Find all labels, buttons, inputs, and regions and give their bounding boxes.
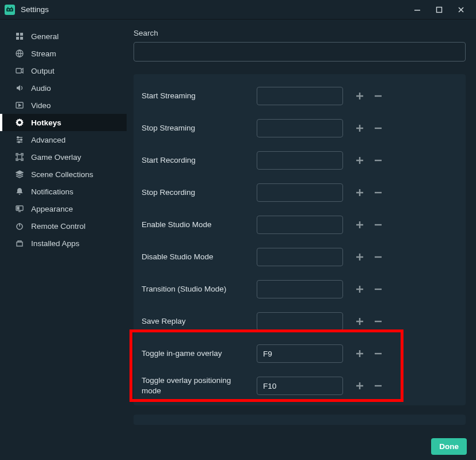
add-hotkey-button[interactable] — [355, 123, 365, 133]
gear-icon — [15, 118, 24, 127]
svg-point-14 — [17, 137, 19, 139]
add-hotkey-button[interactable] — [355, 284, 365, 294]
nav-item-game-overlay[interactable]: Game Overlay — [0, 148, 127, 166]
nav-label: Installed Apps — [31, 239, 79, 248]
layers-icon — [15, 170, 24, 179]
minimize-button[interactable] — [407, 2, 428, 18]
search-label: Search — [134, 29, 466, 37]
hotkey-label: Stop Recording — [142, 187, 257, 198]
hotkey-label: Enable Studio Mode — [142, 220, 257, 230]
window-controls — [407, 2, 471, 18]
remove-hotkey-button[interactable] — [373, 155, 383, 166]
remove-hotkey-button[interactable] — [373, 220, 383, 230]
output-icon — [15, 66, 24, 75]
svg-rect-19 — [17, 207, 19, 209]
appearance-icon — [15, 204, 24, 213]
hotkey-row-toggle-positioning: Toggle overlay positioning mode — [142, 370, 455, 402]
globe-icon — [15, 49, 24, 58]
remove-hotkey-button[interactable] — [373, 348, 383, 359]
remove-hotkey-button[interactable] — [373, 187, 383, 198]
remove-hotkey-button[interactable] — [373, 381, 383, 391]
nav-item-remote-control[interactable]: Remote Control — [0, 217, 127, 235]
video-icon — [15, 101, 24, 110]
hotkey-row-stop-recording: Stop Recording — [142, 177, 455, 209]
nav-label: Notifications — [31, 187, 74, 196]
nav-label: Scene Collections — [31, 170, 93, 179]
hotkey-input-disable-studio[interactable] — [257, 248, 343, 266]
hotkey-input-start-recording[interactable] — [257, 151, 343, 170]
grid-icon — [15, 32, 24, 41]
nav-item-stream[interactable]: Stream — [0, 45, 127, 62]
add-hotkey-button[interactable] — [355, 252, 365, 262]
hotkey-row-disable-studio: Disable Studio Mode — [142, 241, 455, 273]
nav-label: Game Overlay — [31, 153, 81, 162]
nav-item-audio[interactable]: Audio — [0, 79, 127, 97]
hotkey-input-start-streaming[interactable] — [257, 87, 343, 105]
nav-label: Remote Control — [31, 222, 86, 231]
add-hotkey-button[interactable] — [355, 187, 365, 198]
next-panel — [134, 415, 466, 425]
footer: Done — [0, 432, 476, 460]
hotkey-input-stop-recording[interactable] — [257, 183, 343, 202]
add-hotkey-button[interactable] — [355, 316, 365, 327]
nav-item-appearance[interactable]: Appearance — [0, 200, 127, 217]
nav-label: Appearance — [31, 205, 73, 213]
nav-item-advanced[interactable]: Advanced — [0, 131, 127, 148]
remove-hotkey-button[interactable] — [373, 252, 383, 262]
apps-icon — [15, 239, 24, 248]
hotkey-input-toggle-positioning[interactable] — [257, 377, 343, 395]
done-button[interactable]: Done — [431, 438, 467, 455]
sidebar: General Stream Output Audio Video Hotkey… — [0, 20, 127, 432]
hotkey-input-stop-streaming[interactable] — [257, 119, 343, 137]
add-hotkey-button[interactable] — [355, 155, 365, 166]
hotkey-input-toggle-overlay[interactable] — [257, 344, 343, 363]
svg-rect-6 — [437, 7, 442, 12]
search-input[interactable] — [134, 42, 466, 62]
svg-rect-8 — [20, 33, 23, 36]
add-hotkey-button[interactable] — [355, 220, 365, 230]
power-icon — [15, 221, 24, 231]
add-hotkey-button[interactable] — [355, 348, 365, 359]
hotkey-row-enable-studio: Enable Studio Mode — [142, 209, 455, 241]
nav-item-video[interactable]: Video — [0, 97, 127, 114]
add-hotkey-button[interactable] — [355, 91, 365, 101]
sliders-icon — [15, 135, 24, 144]
hotkey-label: Transition (Studio Mode) — [142, 284, 257, 294]
nav-label: Stream — [31, 49, 56, 58]
nav-label: General — [31, 32, 59, 41]
app-icon — [5, 5, 15, 15]
hotkey-input-enable-studio[interactable] — [257, 216, 343, 234]
nav-label: Video — [31, 101, 51, 110]
hotkey-label: Toggle overlay positioning mode — [142, 375, 257, 396]
hotkey-label: Stop Streaming — [142, 123, 257, 133]
nav-item-hotkeys[interactable]: Hotkeys — [0, 114, 127, 131]
remove-hotkey-button[interactable] — [373, 316, 383, 327]
maximize-button[interactable] — [429, 2, 450, 18]
bell-icon — [15, 187, 24, 196]
window-title: Settings — [21, 5, 407, 14]
hotkey-input-save-replay[interactable] — [257, 312, 343, 331]
remove-hotkey-button[interactable] — [373, 284, 383, 294]
remove-hotkey-button[interactable] — [373, 123, 383, 133]
nav-item-scene-collections[interactable]: Scene Collections — [0, 166, 127, 183]
nav-item-output[interactable]: Output — [0, 62, 127, 79]
svg-point-15 — [21, 139, 22, 141]
nav-item-installed-apps[interactable]: Installed Apps — [0, 235, 127, 252]
close-button[interactable] — [451, 2, 471, 18]
svg-rect-4 — [12, 7, 13, 9]
svg-rect-5 — [414, 10, 420, 11]
nav-item-general[interactable]: General — [0, 28, 127, 45]
svg-rect-3 — [7, 7, 9, 9]
hotkey-label: Save Replay — [142, 316, 257, 327]
add-hotkey-button[interactable] — [355, 381, 365, 391]
nav-label: Hotkeys — [31, 118, 62, 127]
hotkey-label: Start Recording — [142, 155, 257, 166]
audio-icon — [15, 83, 24, 93]
hotkey-row-toggle-overlay: Toggle in-game overlay — [142, 338, 455, 370]
hotkey-label: Toggle in-game overlay — [142, 348, 257, 359]
titlebar: Settings — [0, 0, 476, 20]
remove-hotkey-button[interactable] — [373, 91, 383, 101]
hotkey-input-transition[interactable] — [257, 280, 343, 298]
nav-item-notifications[interactable]: Notifications — [0, 183, 127, 200]
hotkey-label: Disable Studio Mode — [142, 252, 257, 262]
